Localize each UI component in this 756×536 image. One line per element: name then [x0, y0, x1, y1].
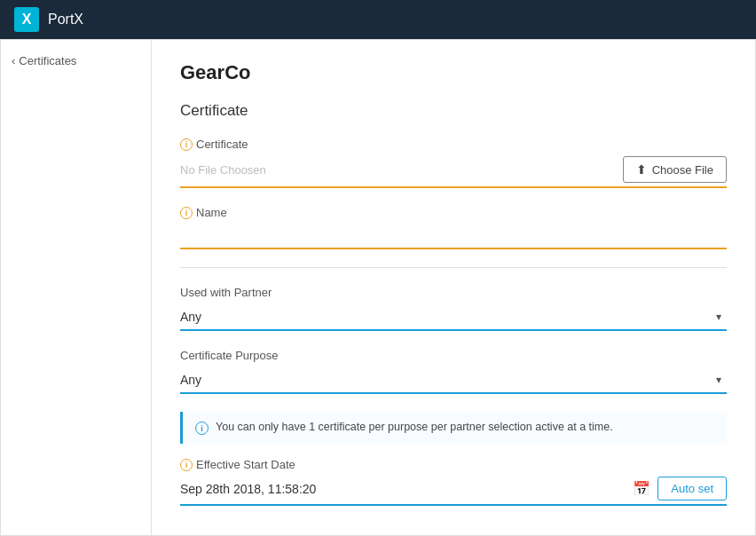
- info-note: i You can only have 1 certificate per pu…: [180, 412, 727, 444]
- purpose-select[interactable]: Any: [180, 367, 727, 392]
- partner-label: Used with Partner: [180, 286, 727, 299]
- page-title: GearCo: [180, 61, 727, 84]
- choose-file-label: Choose File: [652, 163, 713, 177]
- name-label-text: Name: [196, 206, 227, 219]
- topbar: X PortX: [0, 0, 756, 39]
- purpose-field-group: Certificate Purpose Any ▾: [180, 349, 727, 394]
- certificate-info-icon: i: [180, 138, 193, 151]
- main-layout: ‹ Certificates GearCo Certificate i Cert…: [0, 39, 756, 536]
- back-arrow: ‹: [12, 54, 15, 67]
- partner-select-wrapper: Any ▾: [180, 304, 727, 331]
- certificate-field-group: i Certificate No File Choosen ⬆ Choose F…: [180, 138, 727, 188]
- date-label-text: Effective Start Date: [196, 458, 295, 471]
- info-note-icon: i: [195, 422, 209, 435]
- app-logo: X: [14, 7, 39, 32]
- purpose-label-text: Certificate Purpose: [180, 349, 279, 362]
- main-content: GearCo Certificate i Certificate No File…: [152, 40, 755, 535]
- name-field-group: i Name: [180, 206, 727, 249]
- section-divider: [180, 267, 727, 268]
- partner-field-group: Used with Partner Any ▾: [180, 286, 727, 331]
- date-field-group: i Effective Start Date Sep 28th 2018, 11…: [180, 458, 727, 506]
- certificate-label-text: Certificate: [196, 138, 248, 151]
- sidebar-back-link[interactable]: ‹ Certificates: [12, 54, 140, 67]
- app-title: PortX: [48, 12, 83, 28]
- auto-set-button[interactable]: Auto set: [658, 477, 727, 501]
- logo-text: X: [22, 12, 32, 28]
- sidebar-back-label: Certificates: [19, 54, 76, 67]
- name-info-icon: i: [180, 207, 193, 219]
- sidebar: ‹ Certificates: [1, 40, 152, 535]
- purpose-select-wrapper: Any ▾: [180, 367, 727, 394]
- info-note-text: You can only have 1 certificate per purp…: [216, 421, 613, 433]
- name-label: i Name: [180, 206, 727, 219]
- certificate-label: i Certificate: [180, 138, 727, 151]
- partner-label-text: Used with Partner: [180, 286, 272, 299]
- date-label: i Effective Start Date: [180, 458, 727, 471]
- date-field-row: Sep 28th 2018, 11:58:20 📅 Auto set: [180, 477, 727, 506]
- file-input-row: No File Choosen ⬆ Choose File: [180, 156, 727, 188]
- name-input[interactable]: [180, 225, 727, 249]
- date-value: Sep 28th 2018, 11:58:20: [180, 478, 626, 500]
- partner-select[interactable]: Any: [180, 304, 727, 329]
- auto-set-label: Auto set: [671, 482, 713, 495]
- file-placeholder: No File Choosen: [180, 160, 623, 180]
- section-title: Certificate: [180, 102, 727, 120]
- calendar-icon[interactable]: 📅: [633, 480, 650, 497]
- upload-icon: ⬆: [636, 162, 647, 177]
- purpose-label: Certificate Purpose: [180, 349, 727, 362]
- choose-file-button[interactable]: ⬆ Choose File: [623, 156, 727, 183]
- date-info-icon: i: [180, 459, 193, 471]
